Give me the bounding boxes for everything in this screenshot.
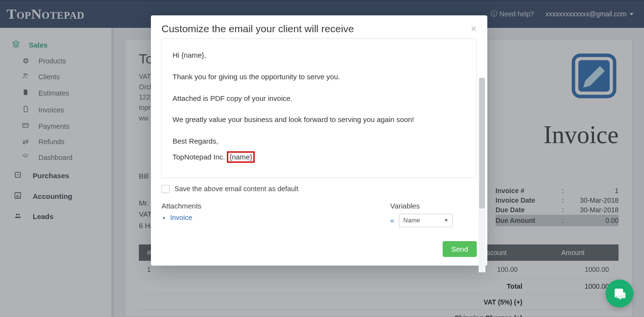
variables-heading: Variables: [390, 202, 477, 210]
insert-variable-button[interactable]: «: [390, 216, 394, 224]
email-customize-modal: Customize the email your client will rec…: [151, 15, 487, 266]
email-body-editor[interactable]: Hi {name}, Thank you for giving us the o…: [161, 38, 477, 178]
save-default-checkbox[interactable]: [161, 185, 170, 193]
email-line: Attached is PDF copy of your invoice.: [173, 93, 466, 105]
modal-title: Customize the email your client will rec…: [161, 23, 354, 35]
scrollbar-thumb[interactable]: [479, 78, 485, 208]
variable-highlight: {name}: [227, 151, 255, 163]
send-button[interactable]: Send: [443, 241, 477, 257]
email-regards: Best Regards,: [173, 135, 466, 147]
save-default-label: Save the above email content as default: [174, 185, 298, 193]
email-line: We greatly value your business and look …: [173, 114, 466, 126]
close-icon[interactable]: ×: [471, 24, 477, 34]
variable-select[interactable]: Name ▼: [399, 214, 453, 227]
variable-selected: Name: [403, 217, 420, 224]
chat-icon: [612, 286, 627, 301]
email-signature: TopNotepad Inc. {name}: [173, 151, 466, 163]
scrollbar[interactable]: [479, 78, 485, 272]
chat-fab[interactable]: [606, 280, 633, 307]
chevron-down-icon: ▼: [444, 218, 448, 223]
attachments-heading: Attachments: [161, 202, 390, 210]
modal-scroll-area[interactable]: Hi {name}, Thank you for giving us the o…: [161, 38, 477, 234]
email-greeting: Hi {name},: [173, 49, 466, 61]
attachment-link[interactable]: Invoice: [170, 214, 390, 221]
email-line: Thank you for giving us the opportunity …: [173, 71, 466, 83]
